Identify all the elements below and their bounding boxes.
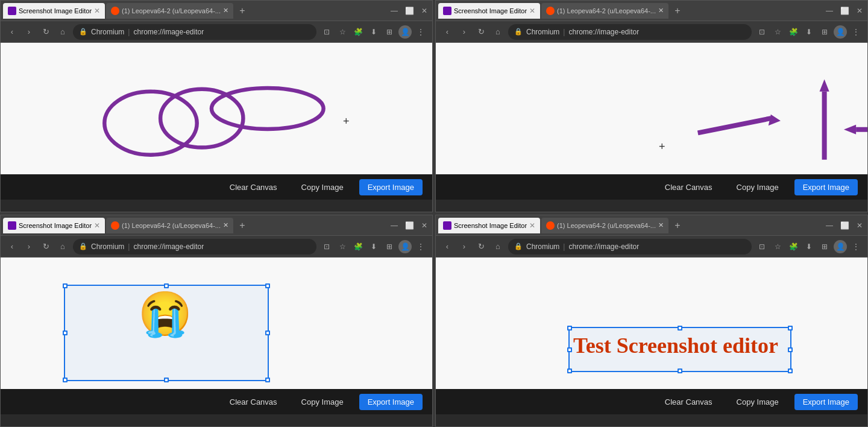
cast-button[interactable]: ⊡	[320, 25, 333, 39]
cast-button-tr[interactable]: ⊡	[755, 25, 769, 39]
minimize-button-bl[interactable]: —	[388, 219, 400, 232]
new-tab-button-bl[interactable]: +	[234, 218, 250, 233]
restore-button-bl[interactable]: ⬜	[403, 219, 417, 232]
close-button-br[interactable]: ✕	[854, 219, 865, 232]
handle-text-tl[interactable]	[567, 326, 572, 331]
extensions-button-bl[interactable]: 🧩	[351, 240, 365, 253]
text-element[interactable]: Test Screenshot editor	[573, 333, 778, 358]
close-button[interactable]: ✕	[419, 4, 430, 17]
export-image-button-br[interactable]: Export Image	[794, 394, 858, 410]
profile-avatar-tr[interactable]: 👤	[834, 25, 847, 39]
tab-reddit-tr[interactable]: (1) Leopeva64-2 (u/Leopeva64-... ✕	[541, 3, 668, 19]
back-button-br[interactable]: ‹	[441, 240, 454, 253]
split-button-tr[interactable]: ⊞	[818, 25, 831, 39]
home-button-tr[interactable]: ⌂	[491, 25, 505, 39]
tab-reddit-bl[interactable]: (1) Leopeva64-2 (u/Leopeva64-... ✕	[106, 218, 233, 233]
restore-button-br[interactable]: ⬜	[838, 219, 852, 232]
clear-canvas-button-tr[interactable]: Clear Canvas	[656, 179, 721, 195]
back-button-tr[interactable]: ‹	[441, 25, 454, 39]
clear-canvas-button-bl[interactable]: Clear Canvas	[221, 394, 286, 410]
download-button-bl[interactable]: ⬇	[367, 240, 380, 253]
handle-mr[interactable]	[265, 331, 270, 335]
tab-editor-active[interactable]: Screenshot Image Editor ✕	[3, 3, 105, 19]
reddit-tab-close-bl[interactable]: ✕	[223, 221, 228, 229]
new-tab-button-tr[interactable]: +	[670, 3, 685, 19]
forward-button-bl[interactable]: ›	[22, 240, 36, 253]
address-bar-bl[interactable]: 🔒 Chromium | chrome://image-editor	[73, 239, 316, 255]
tab-reddit[interactable]: (1) Leopeva64-2 (u/Leopeva64-... ✕	[106, 3, 233, 19]
bookmark-button-br[interactable]: ☆	[771, 240, 784, 253]
export-image-button[interactable]: Export Image	[359, 179, 423, 195]
restore-button-tr[interactable]: ⬜	[838, 4, 852, 17]
forward-button-br[interactable]: ›	[458, 240, 471, 253]
menu-button-br[interactable]: ⋮	[849, 240, 863, 253]
copy-image-button[interactable]: Copy Image	[293, 179, 352, 195]
address-bar-br[interactable]: 🔒 Chromium | chrome://image-editor	[508, 239, 752, 255]
home-button-bl[interactable]: ⌂	[56, 240, 69, 253]
bookmark-button-bl[interactable]: ☆	[336, 240, 349, 253]
download-button-tr[interactable]: ⬇	[802, 25, 816, 39]
handle-bc[interactable]	[164, 378, 169, 382]
clear-canvas-button[interactable]: Clear Canvas	[221, 179, 286, 195]
handle-text-ml[interactable]	[567, 347, 572, 352]
reddit-tab-close-br[interactable]: ✕	[658, 221, 664, 229]
copy-image-button-bl[interactable]: Copy Image	[293, 394, 352, 410]
tab-close-br[interactable]: ✕	[529, 221, 535, 230]
minimize-button[interactable]: —	[388, 4, 400, 17]
cast-button-bl[interactable]: ⊡	[320, 240, 333, 253]
canvas-area-bottom-right[interactable]: Test Screenshot editor	[436, 258, 867, 389]
emoji-element[interactable]: 😭	[138, 292, 192, 335]
canvas-area-top-left[interactable]: +	[1, 43, 432, 174]
new-tab-button-br[interactable]: +	[670, 218, 685, 233]
handle-text-bl[interactable]	[567, 368, 572, 373]
clear-canvas-button-br[interactable]: Clear Canvas	[656, 394, 721, 410]
forward-button[interactable]: ›	[22, 25, 36, 39]
reddit-tab-close-tr[interactable]: ✕	[658, 7, 664, 14]
reload-button-tr[interactable]: ↻	[474, 25, 488, 39]
handle-tl[interactable]	[63, 283, 68, 288]
restore-button[interactable]: ⬜	[403, 4, 417, 17]
address-bar[interactable]: 🔒 Chromium | chrome://image-editor	[73, 24, 316, 40]
home-button[interactable]: ⌂	[56, 25, 69, 39]
tab-editor-active-br[interactable]: Screenshot Image Editor ✕	[438, 218, 540, 233]
tab-close-bl[interactable]: ✕	[94, 221, 100, 230]
split-button[interactable]: ⊞	[383, 25, 396, 39]
canvas-area-top-right[interactable]: +	[436, 43, 867, 174]
back-button[interactable]: ‹	[5, 25, 19, 39]
close-button-tr[interactable]: ✕	[854, 4, 865, 17]
handle-text-br[interactable]	[788, 368, 793, 373]
menu-button-bl[interactable]: ⋮	[414, 240, 427, 253]
handle-bl[interactable]	[63, 378, 68, 382]
back-button-bl[interactable]: ‹	[5, 240, 19, 253]
reddit-tab-close[interactable]: ✕	[223, 7, 228, 14]
cast-button-br[interactable]: ⊡	[755, 240, 769, 253]
handle-tr[interactable]	[265, 283, 270, 288]
handle-text-mr[interactable]	[788, 347, 793, 352]
export-image-button-bl[interactable]: Export Image	[359, 394, 423, 410]
handle-text-tc[interactable]	[678, 326, 682, 331]
profile-avatar[interactable]: 👤	[398, 25, 412, 39]
canvas-area-bottom-left[interactable]: 😭	[1, 258, 432, 389]
split-button-bl[interactable]: ⊞	[383, 240, 396, 253]
export-image-button-tr[interactable]: Export Image	[794, 179, 858, 195]
extensions-button-tr[interactable]: 🧩	[787, 25, 800, 39]
address-bar-tr[interactable]: 🔒 Chromium | chrome://image-editor	[508, 24, 752, 40]
minimize-button-br[interactable]: —	[823, 219, 835, 232]
copy-image-button-tr[interactable]: Copy Image	[728, 179, 787, 195]
reload-button-bl[interactable]: ↻	[39, 240, 52, 253]
handle-br[interactable]	[265, 378, 270, 382]
bookmark-button[interactable]: ☆	[336, 25, 349, 39]
tab-reddit-br[interactable]: (1) Leopeva64-2 (u/Leopeva64-... ✕	[541, 218, 668, 233]
download-button-br[interactable]: ⬇	[802, 240, 816, 253]
handle-text-bc[interactable]	[678, 368, 682, 373]
copy-image-button-br[interactable]: Copy Image	[728, 394, 787, 410]
tab-editor-active-tr[interactable]: Screenshot Image Editor ✕	[438, 3, 540, 19]
reload-button-br[interactable]: ↻	[474, 240, 488, 253]
reload-button[interactable]: ↻	[39, 25, 52, 39]
tab-close-button[interactable]: ✕	[94, 7, 100, 15]
tab-close-tr[interactable]: ✕	[529, 7, 535, 15]
menu-button[interactable]: ⋮	[414, 25, 427, 39]
close-button-bl[interactable]: ✕	[419, 219, 430, 232]
download-button[interactable]: ⬇	[367, 25, 380, 39]
extensions-button-br[interactable]: 🧩	[787, 240, 800, 253]
